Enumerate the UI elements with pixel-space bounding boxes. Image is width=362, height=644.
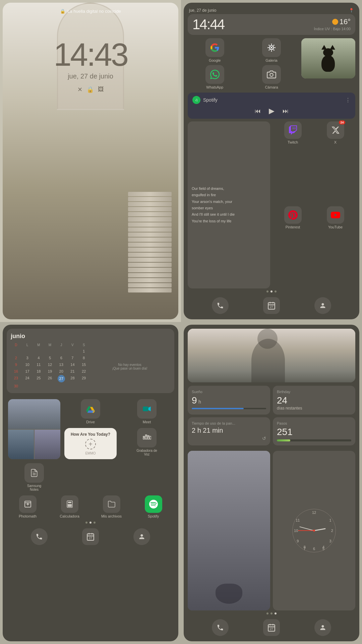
lyric-5: And I'll still see it until I die: [192, 212, 266, 217]
app-x[interactable]: 24 X: [315, 121, 355, 204]
clock-2: 2: [331, 529, 333, 533]
spotify-icon[interactable]: [145, 495, 162, 513]
temperature: 16°: [340, 17, 351, 26]
dock-contacts[interactable]: [314, 297, 331, 314]
spotify-prev-button[interactable]: ⏮: [255, 108, 261, 115]
samsung-notes-label: SamsungNotes: [27, 484, 41, 491]
samsung-notes-icon[interactable]: [24, 463, 44, 483]
svg-point-32: [68, 504, 69, 505]
app-youtube[interactable]: YouTube: [315, 206, 355, 288]
lockscreen-date: jue, 27 de junio: [3, 72, 178, 80]
app-photomath[interactable]: Photomath: [8, 495, 47, 518]
bottom-app-row: Photomath Calculadora: [7, 494, 174, 520]
bottom-widgets-row: 12 1 11 2 10 3 9 4 8 6 5 7: [188, 451, 355, 610]
dock-calendar[interactable]: 27: [263, 297, 280, 314]
cal-mon-header: L: [22, 342, 33, 347]
twitter-icon: ✕: [77, 86, 82, 93]
spotify-menu-icon[interactable]: ⋮: [345, 97, 351, 103]
emmo-widget[interactable]: How Are You Today? + EMMO: [64, 428, 117, 459]
svg-point-36: [69, 506, 70, 507]
calendar-widget[interactable]: junio D L M M J V S: [7, 329, 174, 393]
spotify-next-button[interactable]: ⏭: [283, 108, 289, 115]
photomath-icon[interactable]: [19, 495, 37, 513]
app-camara[interactable]: Cámara: [244, 65, 298, 89]
app-drive[interactable]: Drive: [64, 399, 117, 424]
app-pinterest[interactable]: Pinterest: [273, 206, 313, 288]
app-whatsapp[interactable]: WhatsApp: [188, 65, 242, 89]
drawer-dock: 27: [7, 526, 174, 546]
clock-9: 9: [297, 539, 299, 543]
dock-phone-3[interactable]: [31, 528, 48, 545]
twitch-icon[interactable]: [284, 121, 302, 139]
svg-rect-20: [143, 438, 144, 439]
photomath-label: Photomath: [19, 514, 37, 518]
social-apps-grid: Twitch 24 X: [273, 121, 355, 288]
lockscreen-time: 14:43: [3, 36, 178, 73]
pinterest-icon[interactable]: [284, 206, 302, 224]
drive-icon[interactable]: [81, 399, 100, 419]
mis-archivos-icon[interactable]: [103, 495, 120, 513]
health-widgets-row: Sueño 9 h Birthday 24 días restantes: [188, 386, 355, 415]
appdrawer-panel: junio D L M M J V S: [0, 322, 181, 644]
lock-icon: 🔒: [60, 9, 65, 14]
dock-contacts-4[interactable]: [314, 619, 331, 636]
dock-phone-4[interactable]: [212, 619, 229, 636]
screen-time-label: Tiempo de uso de la pan...: [192, 421, 266, 425]
emmo-label: EMMO: [85, 451, 96, 455]
galeria-label: Galeria: [265, 58, 277, 62]
sun-icon: [332, 19, 338, 25]
cat-wallpaper-widget: [301, 38, 355, 78]
svg-line-6: [269, 45, 269, 46]
youtube-icon[interactable]: [327, 206, 344, 224]
app-calculadora[interactable]: Calculadora: [50, 495, 89, 518]
svg-rect-16: [143, 407, 148, 411]
usage-widgets-row: Tiempo de uso de la pan... 2 h 21 min ↺ …: [188, 417, 355, 445]
clock-5: 5: [322, 547, 324, 551]
no-events-message: No hay eventos ¡Que pase un buen día!: [112, 363, 150, 370]
camera-icon[interactable]: [262, 65, 281, 84]
refresh-icon[interactable]: ↺: [262, 436, 266, 441]
steps-progress-bar: [277, 439, 290, 441]
dock-phone[interactable]: [212, 297, 229, 314]
calculadora-icon[interactable]: [61, 495, 78, 513]
meet-icon[interactable]: [137, 399, 157, 419]
gallery-collage-widget[interactable]: [8, 399, 60, 459]
lyric-4: somber eyes: [192, 206, 266, 211]
whatsapp-icon[interactable]: [205, 65, 224, 84]
spotify-widget[interactable]: ♫ Spotify ⋮ ⏮ ▶ ⏭: [188, 93, 355, 119]
svg-point-35: [68, 506, 69, 507]
twitch-label: Twitch: [288, 140, 298, 144]
x-icon[interactable]: 24: [327, 121, 344, 139]
app-meet[interactable]: Meet: [121, 399, 173, 424]
lyric-3: Your arson's match, your: [192, 199, 266, 204]
galeria-icon[interactable]: [262, 38, 281, 57]
emmo-add-button[interactable]: +: [85, 439, 96, 449]
home-dock: 27: [188, 294, 355, 315]
birthday-label: Birthday: [277, 390, 351, 394]
app-twitch[interactable]: Twitch: [273, 121, 313, 204]
google-icon[interactable]: [205, 38, 224, 57]
photo-widget: [188, 451, 270, 610]
app-spotify[interactable]: Spotify: [134, 495, 173, 518]
spotify-play-button[interactable]: ▶: [269, 107, 275, 115]
drive-label: Drive: [86, 420, 95, 424]
time-weather-widget: 14:44 16° Índice UV : Bajo 14:00: [188, 14, 355, 35]
app-samsung-notes[interactable]: SamsungNotes: [8, 463, 60, 491]
dock-calendar-4[interactable]: 27: [263, 619, 280, 636]
dock-calendar-3[interactable]: 27: [82, 528, 99, 545]
app-galeria[interactable]: Galeria: [244, 38, 298, 62]
dock-contacts-3[interactable]: [133, 528, 150, 545]
app-mis-archivos[interactable]: Mis archivos: [92, 495, 131, 518]
hero-image-widget: [188, 329, 355, 382]
lyric-2: engulfed in fire: [192, 193, 266, 198]
svg-line-7: [274, 50, 274, 50]
svg-rect-21: [145, 436, 147, 439]
voice-recorder-icon[interactable]: [137, 428, 157, 447]
sleep-label: Sueño: [192, 390, 266, 394]
cal-sat-header: S: [78, 342, 89, 347]
app-voice-recorder[interactable]: Grabadora deVoz: [121, 428, 173, 459]
dot-3: [275, 290, 277, 292]
widgets-dock: 27: [188, 616, 355, 637]
spotify-app-name: Spotify: [203, 97, 343, 103]
app-google[interactable]: Google: [188, 38, 242, 62]
